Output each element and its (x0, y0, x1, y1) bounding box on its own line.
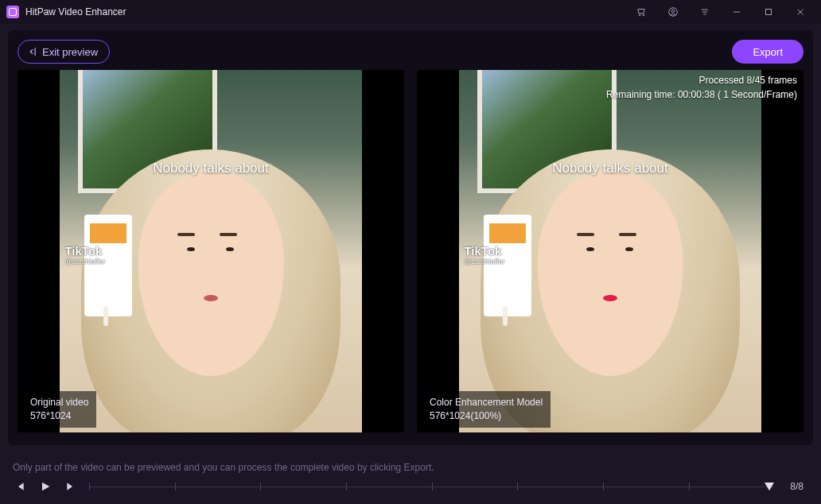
video-frame: Nobody talks about TikTok @carshlaffer (459, 70, 761, 432)
svg-rect-4 (766, 10, 772, 15)
original-title: Original video (30, 396, 88, 409)
original-pane-label: Original video 576*1024 (22, 391, 96, 428)
prev-frame-button[interactable] (13, 479, 27, 494)
export-button[interactable]: Export (732, 40, 803, 64)
frame-counter: 8/8 (785, 481, 808, 492)
account-icon[interactable] (665, 4, 681, 20)
exit-preview-label: Exit preview (42, 46, 98, 58)
timeline-thumb[interactable] (765, 483, 774, 490)
video-frame: Nobody talks about TikTok @carshlaffer (60, 70, 361, 432)
titlebar: HitPaw Video Enhancer (0, 0, 821, 24)
preview-hint: Only part of the video can be previewed … (8, 462, 813, 473)
status-remaining: Remaining time: 00:00:38 ( 1 Second/Fram… (606, 87, 797, 102)
footer: Only part of the video can be previewed … (8, 452, 813, 504)
svg-point-3 (671, 10, 675, 13)
enhanced-video-pane: Nobody talks about TikTok @carshlaffer P… (417, 70, 803, 432)
cart-icon[interactable] (633, 4, 649, 20)
enhanced-pane-label: Color Enhancement Model 576*1024(100%) (422, 391, 551, 428)
enhanced-title: Color Enhancement Model (430, 396, 543, 409)
app-title: HitPaw Video Enhancer (25, 6, 126, 17)
timeline-track[interactable] (89, 483, 774, 490)
menu-icon[interactable] (697, 4, 713, 20)
svg-point-0 (639, 14, 640, 16)
status-frames: Processed 8/45 frames (606, 73, 797, 87)
original-resolution: 576*1024 (30, 409, 88, 423)
minimize-icon[interactable] (729, 4, 745, 20)
preview-panel: Exit preview Export Nobody talks about T… (8, 30, 813, 445)
tiktok-watermark: TikTok @carshlaffer (64, 244, 105, 266)
close-icon[interactable] (792, 4, 808, 20)
app-logo-icon (6, 6, 19, 18)
video-caption: Nobody talks about (552, 161, 668, 176)
exit-preview-button[interactable]: Exit preview (18, 40, 110, 64)
enhanced-resolution: 576*1024(100%) (430, 409, 543, 423)
maximize-icon[interactable] (761, 4, 776, 20)
tiktok-watermark: TikTok @carshlaffer (464, 244, 504, 266)
video-caption: Nobody talks about (153, 161, 269, 176)
processing-status: Processed 8/45 frames Remaining time: 00… (606, 73, 797, 102)
play-button[interactable] (38, 479, 53, 494)
next-frame-button[interactable] (64, 479, 78, 494)
svg-point-1 (643, 14, 644, 16)
export-label: Export (753, 46, 783, 58)
original-video-pane: Nobody talks about TikTok @carshlaffer O… (18, 70, 404, 432)
